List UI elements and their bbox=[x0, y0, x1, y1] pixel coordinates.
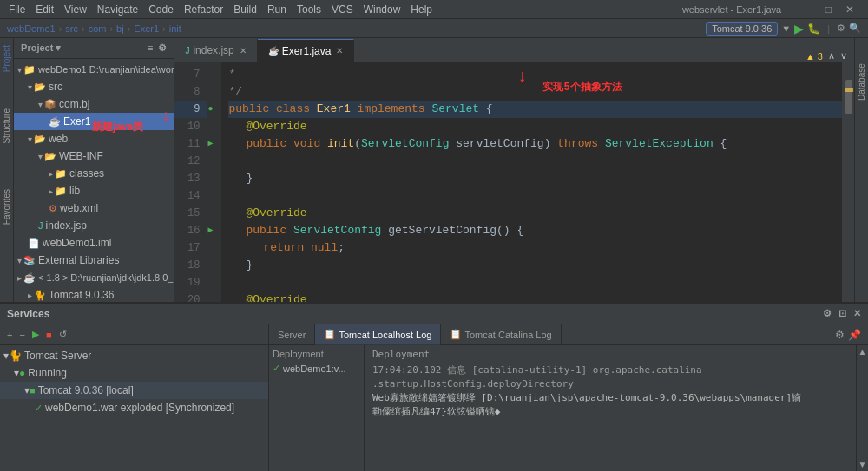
gutter-18 bbox=[207, 257, 221, 274]
tree-item-tomcat-lib[interactable]: ▸ 🐈 Tomcat 9.0.36 bbox=[14, 286, 174, 302]
tree-item-jdk[interactable]: ▸ ☕ < 1.8 > D:\ruanjian\jdk\jdk1.8.0_144 bbox=[14, 269, 174, 286]
menu-view[interactable]: View bbox=[59, 0, 92, 18]
tab-log-icon: 📋 bbox=[324, 329, 336, 340]
path-init[interactable]: init bbox=[169, 23, 181, 34]
menu-navigate[interactable]: Navigate bbox=[92, 0, 143, 18]
settings-panel-icon[interactable]: ⚙ bbox=[158, 43, 167, 54]
semi-17: ; bbox=[338, 241, 345, 254]
menu-refactor[interactable]: Refactor bbox=[179, 0, 228, 18]
settings-icon[interactable]: ⚙ bbox=[837, 23, 845, 34]
service-stop-icon[interactable]: ■ bbox=[46, 330, 52, 340]
collapse-all-icon[interactable]: ≡ bbox=[148, 43, 153, 54]
tab-exer1-label: Exer1.java bbox=[282, 45, 332, 57]
menu-build[interactable]: Build bbox=[228, 0, 262, 18]
path-bj[interactable]: bj bbox=[116, 23, 124, 34]
left-tab-favorites[interactable]: Favorites bbox=[0, 186, 13, 228]
left-tab-structure[interactable]: Structure bbox=[0, 105, 13, 147]
output-line-1: 17:04:20.102 信息 [catalina-utility-1] org… bbox=[372, 363, 849, 377]
tab-indexjsp[interactable]: J index.jsp ✕ bbox=[174, 39, 257, 62]
log-right-scrollbar[interactable]: ▲ ▼ bbox=[856, 345, 868, 471]
linenum-15: 15 bbox=[174, 205, 207, 222]
services-layout-icon[interactable]: ⊡ bbox=[838, 308, 846, 319]
tree-item-webinf[interactable]: ▾ 📂 WEB-INF bbox=[14, 147, 174, 165]
menu-file[interactable]: File bbox=[3, 0, 30, 18]
tab-exer1java[interactable]: ☕ Exer1.java ✕ bbox=[258, 39, 355, 62]
up-indicator[interactable]: ∧ bbox=[828, 50, 835, 62]
tree-item-iml[interactable]: 📄 webDemo1.iml bbox=[14, 234, 174, 252]
minimize-btn[interactable]: ─ bbox=[799, 0, 817, 18]
scroll-thumb[interactable] bbox=[845, 80, 852, 114]
log-settings-icon[interactable]: ⚙ bbox=[835, 329, 845, 341]
menu-window[interactable]: Window bbox=[358, 0, 406, 18]
tree-item-combj[interactable]: ▾ 📦 com.bj bbox=[14, 95, 174, 113]
service-tomcat-server[interactable]: ▾ 🐈 Tomcat Server bbox=[0, 347, 268, 364]
tree-item-exer1[interactable]: ☕ Exer1 bbox=[14, 113, 174, 130]
services-settings-icon[interactable]: ⚙ bbox=[823, 308, 832, 319]
log-tab-server[interactable]: Server bbox=[269, 324, 315, 345]
label-lib: lib bbox=[69, 185, 80, 197]
service-add-icon[interactable]: + bbox=[7, 330, 12, 340]
output-line-2: .startup.HostConfig.deployDirectory bbox=[372, 377, 849, 391]
scroll-up-log[interactable]: ▲ bbox=[858, 347, 867, 357]
close-btn[interactable]: ✕ bbox=[840, 0, 859, 18]
scroll-down-log[interactable]: ▼ bbox=[858, 460, 867, 469]
label-jdk: < 1.8 > D:\ruanjian\jdk\jdk1.8.0_144 bbox=[38, 272, 174, 283]
kw-public-11: public bbox=[246, 137, 293, 150]
down-indicator[interactable]: ∨ bbox=[840, 50, 847, 62]
service-webdemo-war[interactable]: ✓ webDemo1.war exploded [Synchronized] bbox=[0, 399, 268, 416]
search-icon[interactable]: 🔍 bbox=[849, 23, 861, 34]
deployment-item-1: ✓ webDemo1:v... bbox=[273, 363, 360, 374]
tomcat-dropdown[interactable]: ▼ bbox=[781, 23, 791, 34]
service-tomcat-local[interactable]: ▾ ■ Tomcat 9.0.36 [local] bbox=[0, 382, 268, 399]
tree-item-indexjsp[interactable]: J index.jsp bbox=[14, 217, 174, 234]
menu-vcs[interactable]: VCS bbox=[326, 0, 358, 18]
log-tab-localhost[interactable]: 📋 Tomcat Localhost Log bbox=[315, 324, 441, 345]
tree-item-web[interactable]: ▾ 📂 web bbox=[14, 130, 174, 147]
code-line-13: } bbox=[228, 170, 842, 187]
menu-tools[interactable]: Tools bbox=[292, 0, 326, 18]
log-tab-catalina[interactable]: 📋 Tomcat Catalina Log bbox=[441, 324, 561, 345]
deployment-column: Deployment ✓ webDemo1:v... bbox=[269, 345, 365, 471]
tab-indexjsp-close[interactable]: ✕ bbox=[240, 46, 247, 56]
code-line-16: public ServletConfig getServletConfig() … bbox=[228, 222, 842, 239]
menu-help[interactable]: Help bbox=[405, 0, 437, 18]
right-tab-database[interactable]: Database bbox=[855, 45, 868, 106]
path-com[interactable]: com bbox=[89, 23, 107, 34]
log-pin-icon[interactable]: 📌 bbox=[848, 329, 861, 341]
tree-item-webxml[interactable]: ⚙ web.xml bbox=[14, 200, 174, 217]
tomcat-selector[interactable]: Tomcat 9.0.36 bbox=[706, 22, 778, 36]
path-project[interactable]: webDemo1 bbox=[7, 23, 56, 34]
service-remove-icon[interactable]: − bbox=[19, 330, 24, 340]
path-src[interactable]: src bbox=[65, 23, 78, 34]
tree-item-classes[interactable]: ▸ 📁 classes bbox=[14, 165, 174, 182]
kw-null: null bbox=[311, 241, 338, 254]
tree-item-extlibs[interactable]: ▾ 📚 External Libraries bbox=[14, 252, 174, 269]
code-line-7: * bbox=[228, 66, 842, 83]
label-tomcat-local: Tomcat 9.0.36 [local] bbox=[38, 384, 134, 396]
tree-item-webdemo1[interactable]: ▾ 📁 webDemo1 D:\ruanjian\idea\work\webse… bbox=[14, 61, 174, 78]
code-line-15: @Override bbox=[228, 205, 842, 222]
label-webdemo1: webDemo1 D:\ruanjian\idea\work\webservle… bbox=[38, 64, 174, 75]
maximize-btn[interactable]: □ bbox=[820, 0, 837, 18]
tree-item-lib[interactable]: ▸ 📁 lib bbox=[14, 182, 174, 200]
folder-icon-extlibs: 📚 bbox=[23, 255, 36, 266]
menu-run[interactable]: Run bbox=[262, 0, 292, 18]
path-exer1[interactable]: Exer1 bbox=[134, 23, 159, 34]
services-close-icon[interactable]: ✕ bbox=[853, 308, 861, 319]
menu-code[interactable]: Code bbox=[143, 0, 179, 18]
tree-item-src[interactable]: ▾ 📂 src bbox=[14, 78, 174, 95]
tab-exer1-close[interactable]: ✕ bbox=[336, 46, 343, 56]
editor-right-scrollbar[interactable] bbox=[842, 62, 854, 302]
menu-edit[interactable]: Edit bbox=[30, 0, 59, 18]
linenum-7: 7 bbox=[174, 66, 207, 83]
service-restart-icon[interactable]: ↺ bbox=[59, 329, 67, 340]
code-content[interactable]: ↓ 实现5个抽象方法 * */ public class Exer1 imple… bbox=[221, 62, 842, 302]
tomcat-local-icon: ■ bbox=[30, 385, 36, 396]
service-running[interactable]: ▾ ● Running bbox=[0, 364, 268, 382]
run-button[interactable]: ▶ bbox=[794, 22, 804, 36]
debug-button[interactable]: 🐛 bbox=[807, 23, 820, 35]
service-run-icon[interactable]: ▶ bbox=[32, 329, 39, 340]
tab-indexjsp-icon: J bbox=[185, 46, 189, 56]
app-title: webservlet - Exer1.java bbox=[677, 0, 786, 18]
left-tab-project[interactable]: Project bbox=[0, 42, 13, 75]
